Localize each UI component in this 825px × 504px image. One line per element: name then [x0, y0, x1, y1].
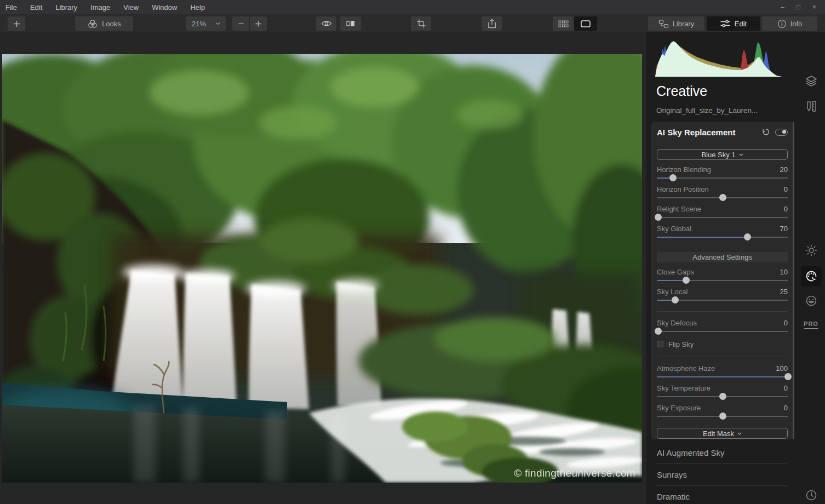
- creative-tool-button-active[interactable]: [801, 266, 822, 287]
- slider-relight-scene: Relight Scene0: [657, 205, 788, 221]
- tool-header: AI Sky Replacement: [657, 127, 788, 138]
- section-sunrays[interactable]: Sunrays: [657, 464, 787, 485]
- zoom-out-button[interactable]: [232, 16, 249, 31]
- history-clock-icon: [805, 489, 818, 502]
- slider-track[interactable]: [657, 214, 788, 221]
- slider-track[interactable]: [657, 328, 788, 335]
- slider-track[interactable]: [657, 233, 788, 241]
- zoom-caret-icon: [215, 22, 220, 25]
- preview-eye-icon: [321, 20, 332, 27]
- slider-sky-defocus: Sky Defocus0: [657, 319, 788, 335]
- flip-sky-label: Flip Sky: [668, 340, 694, 348]
- menu-window[interactable]: Window: [145, 0, 184, 14]
- history-button[interactable]: [805, 489, 818, 502]
- slider-value: 0: [784, 319, 788, 328]
- edit-mask-button[interactable]: Edit Mask: [657, 428, 788, 439]
- looks-button[interactable]: Looks: [75, 16, 133, 31]
- preview-button[interactable]: [316, 16, 336, 31]
- add-photo-button[interactable]: [8, 16, 25, 31]
- crop-button[interactable]: [411, 16, 431, 31]
- slider-track[interactable]: [657, 393, 788, 400]
- edit-sliders-icon: [720, 19, 731, 28]
- slider-thumb[interactable]: [655, 328, 662, 335]
- slider-label: Sky Global: [657, 225, 691, 233]
- tab-edit-label: Edit: [735, 20, 747, 28]
- slider-thumb[interactable]: [744, 233, 751, 240]
- filename: Original_full_size_by_Lauren...: [656, 106, 758, 114]
- slider-track[interactable]: [657, 277, 788, 284]
- slider-value: 10: [780, 268, 788, 277]
- slider-sky-exposure: Sky Exposure0: [657, 404, 788, 420]
- tool-sections: AI Augmented Sky Sunrays Dramatic: [657, 442, 787, 504]
- pro-badge: PRO: [804, 320, 818, 329]
- menu-help[interactable]: Help: [184, 0, 211, 14]
- compare-button[interactable]: [340, 16, 361, 31]
- section-ai-augmented-sky[interactable]: AI Augmented Sky: [657, 442, 787, 463]
- slider-value: 0: [784, 404, 788, 413]
- flip-sky-row: Flip Sky: [657, 339, 788, 350]
- export-share-icon: [488, 19, 496, 28]
- advanced-settings-button[interactable]: Advanced Settings: [657, 252, 788, 262]
- zoom-in-button[interactable]: [250, 16, 267, 31]
- slider-track[interactable]: [657, 194, 788, 202]
- slider-value: 25: [780, 288, 788, 296]
- slider-thumb[interactable]: [669, 174, 677, 181]
- tool-name: AI Sky Replacement: [657, 128, 761, 137]
- grid-view-button[interactable]: [553, 16, 574, 31]
- slider-value: 0: [784, 205, 788, 214]
- slider-label: Horizon Blending: [657, 165, 711, 174]
- reset-button[interactable]: [761, 128, 770, 136]
- slider-thumb[interactable]: [683, 277, 690, 284]
- slider-thumb[interactable]: [719, 194, 726, 201]
- flip-sky-checkbox[interactable]: [657, 341, 663, 347]
- zoom-in-icon: [255, 20, 262, 27]
- slider-track[interactable]: [657, 296, 788, 304]
- section-dramatic[interactable]: Dramatic: [657, 486, 787, 504]
- slider-thumb[interactable]: [672, 296, 679, 303]
- layers-button[interactable]: [805, 75, 818, 88]
- slider-thumb[interactable]: [784, 373, 792, 380]
- minimize-button[interactable]: –: [781, 3, 784, 11]
- menu-edit[interactable]: Edit: [24, 0, 49, 14]
- slider-track[interactable]: [657, 413, 788, 420]
- menu-file[interactable]: File: [0, 0, 24, 14]
- add-icon: [13, 20, 21, 28]
- window-controls: – □ ×: [781, 3, 825, 11]
- slider-track[interactable]: [657, 373, 788, 381]
- slider-value: 70: [780, 225, 788, 233]
- slider-thumb[interactable]: [719, 413, 726, 420]
- caret-down-icon: [737, 432, 742, 435]
- close-button[interactable]: ×: [812, 3, 816, 11]
- edit-tools-button[interactable]: [805, 100, 817, 113]
- menu-image[interactable]: Image: [84, 0, 117, 14]
- slider-thumb[interactable]: [655, 214, 662, 221]
- slider-track[interactable]: [657, 174, 788, 182]
- professional-tool-button[interactable]: PRO: [804, 320, 818, 329]
- tab-library[interactable]: Library: [648, 16, 704, 31]
- tab-info[interactable]: Info: [762, 16, 817, 31]
- layers-icon: [805, 75, 818, 88]
- zoom-level-select[interactable]: 21%: [186, 16, 226, 31]
- portrait-tool-button[interactable]: [805, 294, 818, 307]
- slider-label: Close Gaps: [657, 268, 694, 277]
- essentials-tool-button[interactable]: [805, 244, 818, 257]
- slider-horizon-position: Horizon Position0: [657, 185, 788, 202]
- slider-thumb[interactable]: [719, 393, 726, 400]
- single-view-button[interactable]: [574, 16, 597, 31]
- slider-horizon-blending: Horizon Blending20: [657, 165, 788, 182]
- maximize-button[interactable]: □: [797, 3, 800, 11]
- slider-value: 100: [776, 364, 788, 373]
- menu-library[interactable]: Library: [49, 0, 84, 14]
- sky-preset-dropdown[interactable]: Blue Sky 1: [657, 149, 788, 160]
- tool-enabled-toggle[interactable]: [775, 129, 788, 136]
- tab-edit[interactable]: Edit: [707, 16, 760, 31]
- divider: [657, 357, 788, 357]
- menu-view[interactable]: View: [117, 0, 145, 14]
- histogram: [655, 37, 782, 77]
- app-window: File Edit Library Image View Window Help…: [0, 0, 825, 504]
- slider-label: Sky Local: [657, 288, 688, 296]
- panel-scrollbar[interactable]: [793, 122, 794, 439]
- slider-label: Atmospheric Haze: [657, 364, 715, 373]
- portrait-face-icon: [805, 294, 818, 307]
- export-button[interactable]: [482, 16, 502, 31]
